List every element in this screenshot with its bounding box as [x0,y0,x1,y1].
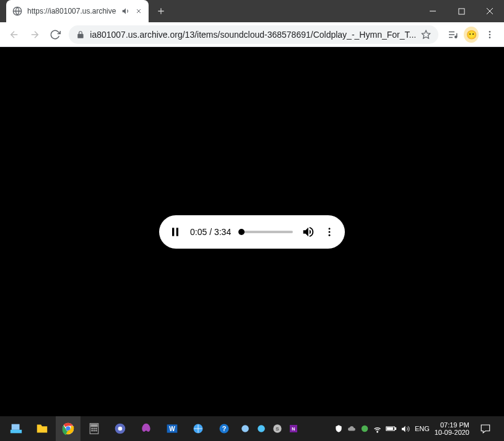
taskbar-app-1[interactable] [238,416,253,441]
taskbar-app-blue[interactable] [186,416,211,441]
tray-time-text: 07:19 PM [435,421,469,429]
reload-button[interactable] [46,25,64,45]
tray-notifications[interactable] [474,416,497,441]
windows-taskbar: W ? S N ENG 07:19 PM 10-09-2020 [0,416,504,441]
browser-tab[interactable]: https://ia801007.us.archive.o [6,0,149,22]
svg-rect-12 [11,430,22,434]
tray-volume-icon[interactable] [401,424,410,434]
svg-point-21 [92,430,93,432]
progress-thumb[interactable] [238,229,245,235]
svg-point-31 [241,425,249,432]
chrome-menu-button[interactable] [481,25,499,45]
audio-player: 0:05 / 3:34 [159,215,345,249]
back-button[interactable] [5,25,23,45]
tray-language[interactable]: ENG [415,425,430,432]
lock-icon [76,30,85,39]
svg-rect-8 [176,228,178,236]
time-display: 0:05 / 3:34 [190,227,231,237]
taskbar-app-2[interactable] [254,416,269,441]
svg-rect-7 [172,228,174,236]
address-bar[interactable]: ia801007.us.archive.org/13/items/soundcl… [69,25,438,44]
svg-point-18 [92,428,93,429]
svg-point-19 [93,428,95,429]
taskbar-onenote[interactable]: N [286,416,301,441]
svg-rect-40 [395,428,396,430]
taskbar-paint[interactable] [134,416,159,441]
url-text: ia801007.us.archive.org/13/items/soundcl… [90,30,416,40]
svg-text:S: S [276,426,279,432]
speaker-icon[interactable] [121,7,130,15]
svg-marker-2 [422,30,430,38]
progress-bar[interactable] [240,231,293,233]
svg-point-23 [96,430,97,432]
window-controls [419,0,504,22]
system-tray: ENG 07:19 PM 10-09-2020 [334,416,500,441]
svg-point-32 [258,425,265,432]
svg-point-22 [93,430,95,432]
minimize-button[interactable] [419,0,447,22]
svg-rect-1 [458,8,464,14]
tray-security-icon[interactable] [334,424,343,433]
taskbar-help[interactable]: ? [212,416,237,441]
taskbar-calculator[interactable] [82,416,106,441]
svg-point-9 [329,228,331,229]
pause-button[interactable] [169,226,181,238]
tray-date-text: 10-09-2020 [435,429,469,436]
svg-point-4 [489,31,491,33]
close-tab-icon[interactable] [135,7,142,15]
profile-avatar[interactable]: 😶 [464,27,479,43]
page-content: 0:05 / 3:34 [0,47,504,416]
taskbar-start[interactable] [4,416,28,441]
browser-titlebar: https://ia801007.us.archive.o [0,0,504,22]
volume-button[interactable] [302,225,315,239]
svg-rect-41 [387,428,393,430]
avatar-face-icon: 😶 [466,30,477,40]
taskbar-chromium[interactable] [108,416,133,441]
bookmark-star-icon[interactable] [421,30,431,40]
tray-icons [334,424,410,434]
svg-text:W: W [169,426,175,432]
tray-battery-icon[interactable] [386,425,397,432]
svg-text:?: ? [222,425,227,432]
close-window-button[interactable] [476,0,504,22]
browser-toolbar: ia801007.us.archive.org/13/items/soundcl… [0,22,504,47]
svg-point-5 [489,33,491,35]
taskbar-chrome[interactable] [56,416,80,441]
svg-rect-13 [12,424,20,430]
svg-point-11 [329,234,331,236]
tray-clock[interactable]: 07:19 PM 10-09-2020 [435,421,469,436]
globe-icon [12,6,22,16]
tray-onedrive-icon[interactable] [347,424,357,433]
svg-point-6 [489,36,491,38]
tray-wifi-icon[interactable] [373,424,382,434]
player-more-button[interactable] [324,226,335,238]
svg-text:N: N [292,426,295,432]
tray-app-icon[interactable] [360,424,369,433]
taskbar-file-explorer[interactable] [30,416,54,441]
tab-title: https://ia801007.us.archive.o [27,7,116,15]
forward-button[interactable] [25,25,43,45]
svg-point-25 [118,427,123,431]
maximize-button[interactable] [447,0,476,22]
svg-point-10 [329,231,331,233]
svg-point-37 [362,426,368,432]
svg-point-20 [96,428,97,429]
svg-point-38 [377,431,378,432]
svg-rect-17 [91,424,97,426]
media-control-icon[interactable] [443,25,461,45]
taskbar-skype[interactable]: S [270,416,285,441]
taskbar-word[interactable]: W [160,416,185,441]
new-tab-button[interactable] [152,0,170,22]
